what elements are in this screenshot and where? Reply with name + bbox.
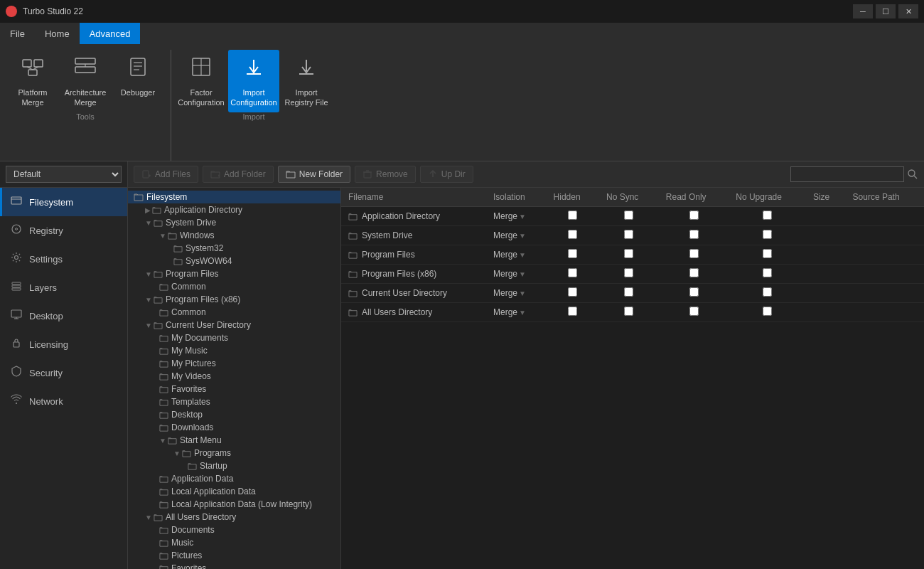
tree-item-windows[interactable]: ▼ Windows xyxy=(128,229,340,242)
no_upgrade-checkbox[interactable] xyxy=(763,249,772,258)
sidebar-item-desktop[interactable]: Desktop xyxy=(0,302,127,330)
tree-item-templates[interactable]: Templates xyxy=(128,395,340,408)
maximize-button[interactable]: ☐ xyxy=(876,4,896,18)
sidebar-item-registry[interactable]: Registry xyxy=(0,216,127,245)
table-row[interactable]: All Users DirectoryMerge▼ xyxy=(341,303,924,322)
no_sync-checkbox[interactable] xyxy=(624,230,633,239)
new-folder-button[interactable]: New Folder xyxy=(278,166,350,183)
sidebar-item-filesystem[interactable]: Filesystem xyxy=(0,188,127,216)
table-row[interactable]: Application DirectoryMerge▼ xyxy=(341,207,924,226)
close-button[interactable]: ✕ xyxy=(898,4,918,18)
no_sync-checkbox[interactable] xyxy=(624,249,633,258)
isolation-dropdown-arrow[interactable]: ▼ xyxy=(519,289,526,297)
tree-label-documents: Documents xyxy=(171,525,215,535)
add-files-button[interactable]: Add Files xyxy=(134,166,198,183)
no_upgrade-checkbox[interactable] xyxy=(763,268,772,277)
sidebar-item-settings[interactable]: Settings xyxy=(0,245,127,273)
tree-item-local-app-data-low[interactable]: Local Application Data (Low Integrity) xyxy=(128,498,340,511)
up-dir-button[interactable]: Up Dir xyxy=(420,166,473,183)
tree-item-pictures[interactable]: Pictures xyxy=(128,549,340,562)
tree-item-system-drive[interactable]: ▼ System Drive xyxy=(128,216,340,229)
search-icon[interactable] xyxy=(907,169,918,180)
search-input[interactable] xyxy=(790,166,904,182)
hidden-checkbox[interactable] xyxy=(568,268,577,277)
no_upgrade-checkbox[interactable] xyxy=(763,287,772,297)
add-folder-button[interactable]: Add Folder xyxy=(203,166,274,183)
tree-item-startup[interactable]: Startup xyxy=(128,459,340,472)
hidden-checkbox[interactable] xyxy=(568,249,577,258)
table-row[interactable]: Program Files (x86)Merge▼ xyxy=(341,265,924,284)
no_sync-checkbox[interactable] xyxy=(624,307,633,316)
minimize-button[interactable]: ─ xyxy=(853,4,873,18)
import-configuration-button[interactable]: ImportConfiguration xyxy=(228,50,279,112)
tree-item-music[interactable]: Music xyxy=(128,536,340,549)
read_only-checkbox[interactable] xyxy=(689,307,699,316)
isolation-dropdown-arrow[interactable]: ▼ xyxy=(519,213,526,220)
tree-item-program-files-x86[interactable]: ▼ Program Files (x86) xyxy=(128,293,340,306)
sidebar-item-network[interactable]: Network xyxy=(0,387,127,415)
platform-merge-button[interactable]: PlatformMerge xyxy=(7,50,58,112)
no_upgrade-checkbox[interactable] xyxy=(763,211,772,220)
tree-item-system32[interactable]: System32 xyxy=(128,242,340,255)
tree-item-program-files-x86-common[interactable]: Common xyxy=(128,306,340,319)
hidden-checkbox[interactable] xyxy=(568,307,577,316)
profile-dropdown[interactable]: Default xyxy=(6,166,122,183)
table-row[interactable]: Current User DirectoryMerge▼ xyxy=(341,284,924,303)
tree-root-filesystem[interactable]: Filesystem xyxy=(128,191,340,203)
tree-item-desktop[interactable]: Desktop xyxy=(128,408,340,421)
isolation-dropdown-arrow[interactable]: ▼ xyxy=(519,309,526,317)
sidebar-item-layers[interactable]: Layers xyxy=(0,273,127,302)
table-row[interactable]: System DriveMerge▼ xyxy=(341,226,924,245)
remove-label: Remove xyxy=(376,169,408,179)
tree-item-syswow64[interactable]: SysWOW64 xyxy=(128,255,340,267)
import-registry-button[interactable]: ImportRegistry File xyxy=(281,50,332,112)
debugger-button[interactable]: Debugger xyxy=(112,50,163,112)
tree-label-all-favorites: Favorites xyxy=(171,563,206,569)
menu-home[interactable]: Home xyxy=(35,23,80,44)
hidden-checkbox[interactable] xyxy=(568,287,577,297)
tree-item-my-music[interactable]: My Music xyxy=(128,344,340,357)
table-row[interactable]: Program FilesMerge▼ xyxy=(341,245,924,265)
col-size: Size xyxy=(806,188,846,207)
sidebar-item-licensing[interactable]: Licensing xyxy=(0,330,127,358)
no_sync-checkbox[interactable] xyxy=(624,287,633,297)
factor-configuration-button[interactable]: FactorConfiguration xyxy=(176,50,227,112)
remove-button[interactable]: Remove xyxy=(355,166,416,183)
tree-item-programs[interactable]: ▼ Programs xyxy=(128,447,340,459)
tree-item-favorites[interactable]: Favorites xyxy=(128,383,340,395)
read_only-checkbox[interactable] xyxy=(689,268,699,277)
sidebar-item-security[interactable]: Security xyxy=(0,358,127,387)
tree-item-my-videos[interactable]: My Videos xyxy=(128,370,340,383)
read_only-checkbox[interactable] xyxy=(689,249,699,258)
isolation-dropdown-arrow[interactable]: ▼ xyxy=(519,232,526,240)
tree-item-documents[interactable]: Documents xyxy=(128,523,340,536)
tree-item-current-user-dir[interactable]: ▼ Current User Directory xyxy=(128,319,340,331)
read_only-checkbox[interactable] xyxy=(689,211,699,220)
no_sync-checkbox[interactable] xyxy=(624,268,633,277)
no_upgrade-checkbox[interactable] xyxy=(763,230,772,239)
tree-item-all-users-dir[interactable]: ▼ All Users Directory xyxy=(128,511,340,523)
tree-item-program-files-common[interactable]: Common xyxy=(128,280,340,293)
tree-item-local-app-data[interactable]: Local Application Data xyxy=(128,485,340,498)
cell-hidden xyxy=(547,303,599,322)
architecture-merge-button[interactable]: ArchitectureMerge xyxy=(60,50,111,112)
tree-item-all-favorites[interactable]: Favorites xyxy=(128,562,340,569)
tree-item-start-menu[interactable]: ▼ Start Menu xyxy=(128,434,340,447)
tree-item-app-dir[interactable]: ▶ Application Directory xyxy=(128,203,340,216)
tree-item-my-documents[interactable]: My Documents xyxy=(128,331,340,344)
menu-advanced[interactable]: Advanced xyxy=(80,23,141,44)
read_only-checkbox[interactable] xyxy=(689,287,699,297)
menu-file[interactable]: File xyxy=(0,23,35,44)
hidden-checkbox[interactable] xyxy=(568,230,577,239)
isolation-dropdown-arrow[interactable]: ▼ xyxy=(519,251,526,259)
hidden-checkbox[interactable] xyxy=(568,211,577,220)
tree-item-my-pictures[interactable]: My Pictures xyxy=(128,357,340,370)
no_upgrade-checkbox[interactable] xyxy=(763,307,772,316)
tree-item-downloads[interactable]: Downloads xyxy=(128,421,340,434)
isolation-dropdown-arrow[interactable]: ▼ xyxy=(519,270,526,278)
read_only-checkbox[interactable] xyxy=(689,230,699,239)
tree-item-app-data[interactable]: Application Data xyxy=(128,472,340,485)
no_sync-checkbox[interactable] xyxy=(624,211,633,220)
tree-item-program-files[interactable]: ▼ Program Files xyxy=(128,267,340,280)
cell-hidden xyxy=(547,245,599,265)
